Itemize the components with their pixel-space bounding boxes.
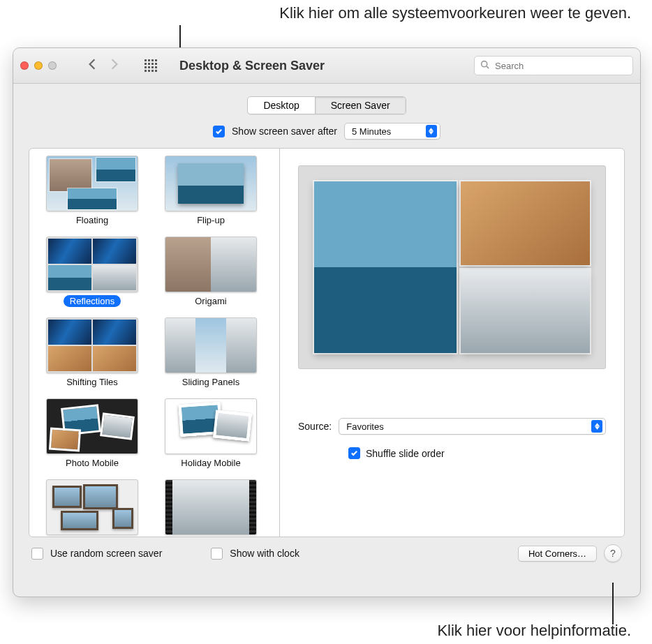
show-after-checkbox[interactable]	[213, 126, 225, 137]
saver-origami[interactable]: Origami	[159, 237, 262, 315]
source-row: Source: Favorites	[298, 418, 606, 435]
chevron-updown-icon	[591, 420, 602, 433]
saver-photo-mobile-thumb	[46, 398, 138, 454]
saver-origami-thumb	[165, 237, 257, 292]
random-checkbox[interactable]	[31, 548, 43, 560]
search-field[interactable]	[474, 56, 633, 75]
tab-desktop[interactable]: Desktop	[248, 97, 314, 114]
saver-floating-label: Floating	[70, 214, 114, 226]
window-traffic-lights	[20, 61, 57, 70]
saver-vintage-prints[interactable]: Vintage Prints	[159, 479, 262, 537]
shuffle-label: Shuffle slide order	[366, 448, 445, 459]
shuffle-row: Shuffle slide order	[348, 447, 606, 459]
clock-checkbox[interactable]	[211, 548, 223, 560]
svg-point-0	[482, 61, 487, 67]
window-toolbar: Desktop & Screen Saver	[13, 48, 640, 84]
hot-corners-button[interactable]: Hot Corners…	[518, 546, 597, 562]
clock-label: Show with clock	[230, 548, 299, 559]
saver-photo-wall[interactable]: Photo Wall	[40, 479, 144, 537]
main-panel: Floating Flip-up	[29, 148, 625, 537]
saver-photo-wall-thumb	[46, 479, 138, 535]
saver-sliding-panels-thumb	[165, 317, 257, 373]
source-popup[interactable]: Favorites	[339, 418, 606, 435]
screensaver-preview[interactable]	[298, 165, 606, 369]
nav-arrows	[86, 58, 121, 73]
saver-holiday-mobile-label: Holiday Mobile	[175, 457, 246, 469]
saver-photo-mobile-label: Photo Mobile	[59, 457, 125, 469]
saver-floating-thumb	[46, 156, 138, 211]
show-after-label: Show screen saver after	[232, 126, 337, 137]
source-label: Source:	[298, 421, 332, 432]
window-minimize-button[interactable]	[34, 61, 43, 70]
show-after-value: 5 Minutes	[352, 126, 391, 137]
tab-screen-saver[interactable]: Screen Saver	[315, 97, 406, 114]
saver-reflections[interactable]: Reflections	[40, 237, 144, 315]
window-title: Desktop & Screen Saver	[179, 59, 325, 73]
shuffle-checkbox[interactable]	[348, 447, 360, 459]
saver-origami-label: Origami	[188, 295, 233, 307]
saver-sliding-panels-label: Sliding Panels	[176, 376, 246, 388]
chevron-updown-icon	[426, 125, 437, 137]
window-close-button[interactable]	[20, 61, 29, 70]
preview-pane: Source: Favorites Sh	[279, 149, 624, 537]
tab-segmented-control: Desktop Screen Saver	[29, 96, 625, 114]
content-area: Desktop Screen Saver Show screen saver a…	[13, 84, 640, 571]
callout-bottom-text: Klik hier voor helpinformatie.	[437, 622, 631, 640]
window-zoom-button[interactable]	[48, 61, 57, 70]
saver-holiday-mobile[interactable]: Holiday Mobile	[159, 398, 262, 477]
random-label: Use random screen saver	[50, 548, 162, 559]
saver-floating[interactable]: Floating	[40, 156, 144, 234]
saver-flipup-label: Flip-up	[191, 214, 231, 226]
bottom-row: Use random screen saver Show with clock …	[29, 537, 625, 562]
callout-top-text: Klik hier om alle systeemvoorkeuren weer…	[279, 4, 631, 22]
saver-reflections-label: Reflections	[64, 295, 121, 307]
grid-icon	[145, 59, 157, 72]
back-button[interactable]	[86, 58, 98, 73]
forward-button[interactable]	[108, 58, 121, 73]
search-icon	[480, 59, 489, 72]
source-value: Favorites	[346, 421, 383, 432]
saver-flipup-thumb	[165, 156, 257, 211]
show-after-popup[interactable]: 5 Minutes	[344, 123, 440, 140]
saver-shifting-tiles[interactable]: Shifting Tiles	[40, 317, 144, 396]
saver-vintage-prints-thumb	[165, 479, 257, 535]
saver-shifting-tiles-thumb	[46, 317, 138, 373]
saver-holiday-mobile-thumb	[165, 398, 257, 454]
saver-sliding-panels[interactable]: Sliding Panels	[159, 317, 262, 396]
help-button[interactable]: ?	[604, 544, 622, 562]
saver-photo-mobile[interactable]: Photo Mobile	[40, 398, 144, 477]
screensaver-grid[interactable]: Floating Flip-up	[29, 149, 279, 537]
preferences-window: Desktop & Screen Saver Desktop Screen Sa…	[13, 47, 641, 597]
saver-flipup[interactable]: Flip-up	[159, 156, 262, 234]
show-all-prefs-button[interactable]	[139, 54, 163, 77]
search-input[interactable]	[494, 60, 627, 72]
callout-bottom-line	[612, 583, 614, 624]
saver-reflections-thumb	[46, 237, 138, 292]
saver-shifting-tiles-label: Shifting Tiles	[60, 376, 124, 388]
show-after-row: Show screen saver after 5 Minutes	[29, 123, 625, 140]
